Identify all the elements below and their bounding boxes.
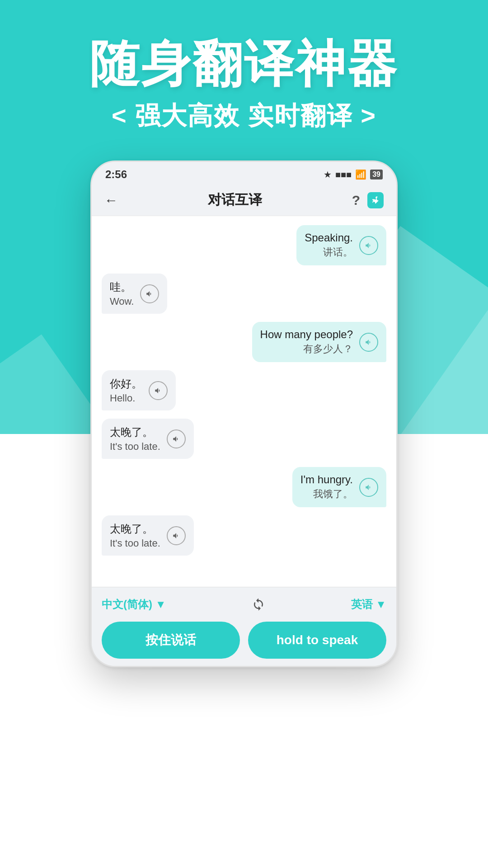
- chat-bubble-5: 太晚了。 It's too late.: [102, 419, 194, 459]
- phone-container: 2:56 ★ ■■■ 📶 39 ← 对话互译 ?: [0, 160, 488, 667]
- status-time: 2:56: [105, 168, 127, 181]
- speaker-button-3[interactable]: [359, 333, 378, 352]
- hold-to-speak-left-button[interactable]: 按住说话: [102, 622, 240, 659]
- hold-to-speak-right-button[interactable]: hold to speak: [248, 622, 386, 659]
- language-selector-row: 中文(简体) ▼ 英语 ▼: [102, 594, 386, 614]
- chat-bubble-6: I'm hungry. 我饿了。: [292, 467, 386, 507]
- header-actions: ?: [352, 192, 384, 208]
- bubble-text-2: 哇。 Wow.: [110, 280, 134, 307]
- hero-title: 随身翻译神器: [0, 36, 488, 91]
- status-bar: 2:56 ★ ■■■ 📶 39: [92, 162, 396, 184]
- pin-icon: [371, 195, 380, 205]
- signal-icon-1: ■■■: [335, 170, 352, 180]
- app-header: ← 对话互译 ?: [92, 184, 396, 216]
- hero-subtitle: < 强大高效 实时翻译 >: [0, 99, 488, 133]
- chat-bubble-7: 太晚了。 It's too late.: [102, 515, 194, 556]
- status-icons: ★ ■■■ 📶 39: [324, 169, 383, 180]
- chat-bubble-3: How many people? 有多少人？: [252, 322, 386, 362]
- bubble-text-5: 太晚了。 It's too late.: [110, 425, 160, 453]
- help-button[interactable]: ?: [352, 193, 360, 208]
- bubble-secondary-3: 有多少人？: [260, 342, 353, 356]
- battery-icon: 39: [370, 170, 383, 179]
- app-title: 对话互译: [208, 191, 262, 209]
- bubble-secondary-7: It's too late.: [110, 538, 160, 549]
- speaker-button-2[interactable]: [140, 284, 159, 303]
- language-left-button[interactable]: 中文(简体) ▼: [102, 597, 166, 612]
- phone-mockup: 2:56 ★ ■■■ 📶 39 ← 对话互译 ?: [90, 160, 398, 667]
- pin-button[interactable]: [367, 192, 384, 208]
- bubble-primary-3: How many people?: [260, 328, 353, 341]
- bubble-primary-7: 太晚了。: [110, 522, 160, 536]
- bubble-text-1: Speaking. 讲话。: [305, 231, 353, 259]
- bubble-primary-1: Speaking.: [305, 231, 353, 244]
- wifi-icon: 📶: [355, 169, 366, 180]
- bubble-secondary-2: Wow.: [110, 296, 134, 307]
- bubble-secondary-1: 讲话。: [305, 245, 353, 259]
- back-button[interactable]: ←: [104, 193, 118, 208]
- bubble-secondary-5: It's too late.: [110, 441, 160, 453]
- speaker-button-4[interactable]: [149, 381, 168, 400]
- bubble-primary-4: 你好。: [110, 377, 142, 391]
- speaker-button-5[interactable]: [167, 429, 186, 448]
- bubble-primary-2: 哇。: [110, 280, 134, 294]
- chat-bubble-2: 哇。 Wow.: [102, 274, 167, 314]
- bubble-text-7: 太晚了。 It's too late.: [110, 522, 160, 549]
- bluetooth-icon: ★: [324, 169, 332, 180]
- bubble-secondary-6: 我饿了。: [300, 487, 353, 501]
- speaker-button-6[interactable]: [359, 478, 378, 497]
- swap-languages-button[interactable]: [249, 594, 268, 614]
- bottom-toolbar: 中文(简体) ▼ 英语 ▼ 按住说话 hold to speak: [92, 587, 396, 666]
- speaker-button-1[interactable]: [359, 236, 378, 255]
- bubble-text-3: How many people? 有多少人？: [260, 328, 353, 356]
- chat-bubble-1: Speaking. 讲话。: [296, 225, 386, 265]
- mic-buttons-row: 按住说话 hold to speak: [102, 622, 386, 659]
- chat-area: Speaking. 讲话。 哇。 Wow.: [92, 216, 396, 587]
- hero-section: 随身翻译神器 < 强大高效 实时翻译 >: [0, 0, 488, 133]
- bubble-text-6: I'm hungry. 我饿了。: [300, 473, 353, 501]
- bubble-primary-5: 太晚了。: [110, 425, 160, 439]
- speaker-button-7[interactable]: [167, 526, 186, 545]
- bubble-primary-6: I'm hungry.: [300, 473, 353, 486]
- bubble-secondary-4: Hello.: [110, 392, 142, 404]
- chat-bubble-4: 你好。 Hello.: [102, 370, 176, 410]
- language-right-button[interactable]: 英语 ▼: [351, 597, 386, 612]
- bubble-text-4: 你好。 Hello.: [110, 377, 142, 404]
